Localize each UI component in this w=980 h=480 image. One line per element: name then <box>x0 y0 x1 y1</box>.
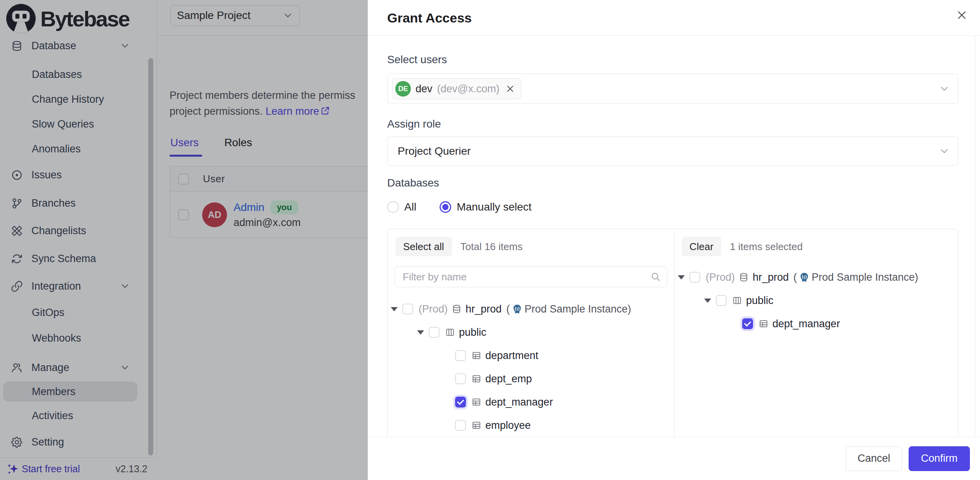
expand-toggle-icon[interactable] <box>678 275 684 280</box>
target-tree: (Prod)hr_prod(Prod Sample Instance)publi… <box>675 266 958 335</box>
instance-name: Prod Sample Instance) <box>525 303 631 315</box>
tree-node-employee[interactable]: employee <box>388 414 674 437</box>
schema-icon <box>445 327 455 337</box>
checkbox[interactable] <box>455 373 466 384</box>
chip-user-name: dev <box>416 83 433 95</box>
node-name: employee <box>485 420 531 432</box>
radio-selected-icon <box>440 201 451 213</box>
environment-tag: (Prod) <box>419 303 448 315</box>
database-icon <box>452 304 462 314</box>
source-tree: (Prod)hr_prod(Prod Sample Instance)publi… <box>388 297 674 437</box>
table-icon <box>758 319 769 329</box>
search-icon <box>650 271 661 282</box>
checkbox[interactable] <box>455 420 466 431</box>
expand-toggle-icon[interactable] <box>704 298 710 303</box>
tree-node-hr-prod[interactable]: (Prod)hr_prod(Prod Sample Instance) <box>388 297 674 321</box>
node-name: hr_prod <box>466 303 502 315</box>
radio-manual-label: Manually select <box>457 201 532 213</box>
filter-input[interactable] <box>395 266 667 287</box>
select-users-input[interactable]: DE dev (dev@x.com) <box>387 74 958 104</box>
modal-footer: Cancel Confirm <box>368 437 980 480</box>
table-icon <box>471 351 481 361</box>
toggle-spacer <box>731 321 737 326</box>
selected-user-chip: DE dev (dev@x.com) <box>392 78 521 99</box>
remove-user-icon[interactable] <box>506 84 515 93</box>
filter-field <box>395 266 667 287</box>
database-transfer-panel: Select all Total 16 items (Prod)hr_prod(… <box>387 229 958 461</box>
tree-node-dept-emp[interactable]: dept_emp <box>388 367 674 390</box>
grant-access-modal: Grant Access Select users DE dev (dev@x.… <box>368 0 980 480</box>
assign-role-select[interactable]: Project Querier <box>387 136 958 166</box>
instance-info: (Prod Sample Instance) <box>506 303 631 315</box>
node-name: public <box>746 295 774 307</box>
assign-role-label: Assign role <box>387 118 441 130</box>
radio-all-label: All <box>404 201 416 213</box>
postgresql-icon <box>512 304 523 314</box>
tree-node-department[interactable]: department <box>388 344 674 367</box>
modal-title: Grant Access <box>387 0 472 36</box>
checkbox[interactable] <box>689 272 700 283</box>
node-name: hr_prod <box>753 271 789 283</box>
node-name: dept_manager <box>485 396 553 408</box>
chevron-down-icon <box>938 145 950 157</box>
radio-all[interactable]: All <box>387 201 416 213</box>
source-summary: Total 16 items <box>461 241 523 253</box>
avatar: DE <box>395 81 411 97</box>
confirm-button[interactable]: Confirm <box>909 446 970 471</box>
select-all-button[interactable]: Select all <box>395 237 452 256</box>
database-icon <box>739 272 749 282</box>
instance-name: Prod Sample Instance) <box>812 271 918 283</box>
environment-tag: (Prod) <box>706 271 735 283</box>
screen: Bytebase DatabaseDatabasesChange History… <box>0 0 980 480</box>
chip-user-email: (dev@x.com) <box>437 83 500 95</box>
target-summary: 1 items selected <box>730 241 803 253</box>
toggle-spacer <box>443 400 450 404</box>
tree-node-public[interactable]: public <box>675 289 958 312</box>
postgresql-icon <box>799 272 810 283</box>
radio-icon <box>387 201 399 213</box>
databases-label: Databases <box>387 177 439 189</box>
target-panel: Clear 1 items selected (Prod)hr_prod(Pro… <box>675 229 958 461</box>
select-users-label: Select users <box>387 54 447 66</box>
instance-info: (Prod Sample Instance) <box>793 271 918 283</box>
tree-node-dept-manager[interactable]: dept_manager <box>388 390 674 414</box>
table-icon <box>471 420 481 430</box>
schema-icon <box>732 295 742 306</box>
checkbox[interactable] <box>716 295 727 306</box>
cancel-button[interactable]: Cancel <box>846 446 902 471</box>
tree-node-hr-prod[interactable]: (Prod)hr_prod(Prod Sample Instance) <box>675 266 958 289</box>
checkbox-checked[interactable] <box>455 397 466 407</box>
node-name: public <box>459 326 487 338</box>
toggle-spacer <box>443 376 450 381</box>
radio-manually-select[interactable]: Manually select <box>440 201 532 213</box>
node-name: dept_emp <box>485 373 532 385</box>
checkbox-checked[interactable] <box>742 318 753 329</box>
modal-scrollbar-track[interactable] <box>975 36 980 480</box>
modal-header: Grant Access <box>368 0 980 36</box>
close-icon[interactable] <box>956 9 968 21</box>
expand-toggle-icon[interactable] <box>391 307 397 311</box>
tree-node-public[interactable]: public <box>388 321 674 344</box>
table-icon <box>471 374 481 384</box>
checkbox[interactable] <box>455 350 466 361</box>
toggle-spacer <box>443 423 450 428</box>
checkbox[interactable] <box>429 327 440 338</box>
source-panel: Select all Total 16 items (Prod)hr_prod(… <box>388 229 674 461</box>
chevron-down-icon <box>938 83 950 95</box>
checkbox[interactable] <box>402 304 413 314</box>
clear-button[interactable]: Clear <box>682 237 721 256</box>
node-name: dept_manager <box>772 318 840 330</box>
node-name: department <box>485 350 538 362</box>
table-icon <box>471 397 481 407</box>
toggle-spacer <box>443 353 450 358</box>
expand-toggle-icon[interactable] <box>417 330 423 335</box>
tree-node-dept-manager[interactable]: dept_manager <box>675 312 958 335</box>
role-value: Project Querier <box>398 145 471 157</box>
database-scope-radios: All Manually select <box>387 201 532 213</box>
